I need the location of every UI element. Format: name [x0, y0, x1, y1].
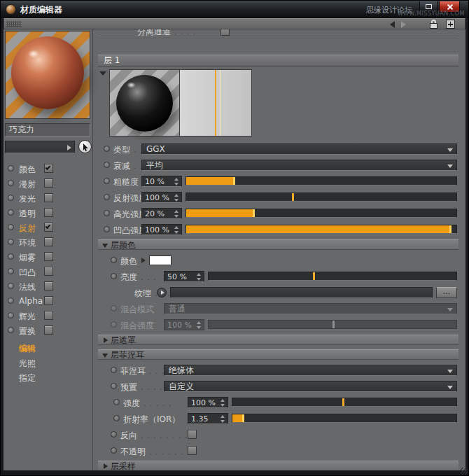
texture-field[interactable]	[170, 287, 433, 298]
separate-passes-checkbox[interactable]	[220, 29, 230, 36]
app-icon	[6, 4, 16, 15]
section-header[interactable]: 层颜色	[98, 239, 458, 250]
spinner-arrows-icon[interactable]	[174, 194, 180, 202]
dotted-leader: . . .	[141, 273, 156, 282]
resize-grip[interactable]	[461, 468, 468, 475]
spinner-down-icon	[197, 326, 201, 329]
spinner-arrows-icon[interactable]	[174, 226, 180, 234]
arrow-right-icon[interactable]	[141, 258, 146, 263]
slider-track[interactable]	[186, 192, 457, 202]
channel-checkbox[interactable]	[44, 296, 53, 305]
layer-1-header[interactable]: 层 1	[98, 55, 458, 66]
value-spinner[interactable]: 1.35	[188, 413, 228, 424]
dropdown-select[interactable]: GGX	[141, 144, 457, 155]
section-header[interactable]: 层遮罩	[98, 335, 458, 345]
add-panel-icon[interactable]	[446, 20, 455, 29]
dropdown-select[interactable]: 平均	[141, 160, 457, 171]
channel-row[interactable]: 凹凸	[4, 266, 93, 277]
section-label: 层颜色	[111, 240, 136, 251]
channel-row[interactable]: 发光	[4, 192, 93, 204]
value-spinner[interactable]: 100 %	[188, 397, 228, 408]
channel-checkbox[interactable]	[44, 267, 53, 276]
spinner-down-icon	[220, 404, 225, 407]
slider-track[interactable]	[232, 414, 457, 423]
browse-button[interactable]: ...	[436, 287, 457, 298]
spinner-arrows-icon[interactable]	[220, 399, 226, 407]
param-checkbox[interactable]	[188, 446, 197, 455]
channel-checkbox[interactable]	[44, 281, 53, 290]
nav-back-icon[interactable]	[390, 21, 395, 28]
pick-material-button[interactable]	[78, 140, 92, 153]
value-spinner[interactable]: 10 %	[141, 176, 182, 187]
dropdown-select[interactable]: 绝缘体	[164, 365, 457, 376]
channel-label: 颜色	[19, 164, 36, 176]
titlebar[interactable]: 材质编辑器 思缘设计论坛 WWW.MISSYUAN.COM	[1, 1, 468, 18]
expand-arrow-button[interactable]	[157, 288, 167, 298]
dropdown-select[interactable]: 普通	[164, 303, 457, 314]
slider-track[interactable]	[186, 225, 457, 234]
value-spinner[interactable]: 100 %	[141, 192, 182, 203]
color-swatch[interactable]	[149, 255, 172, 265]
channel-row[interactable]: 漫射	[4, 178, 93, 189]
slider-track[interactable]	[208, 320, 457, 329]
channel-row[interactable]: 环境	[4, 237, 93, 248]
collapse-icon[interactable]	[99, 71, 106, 76]
channel-checkbox[interactable]	[44, 311, 53, 320]
nav-forward-icon[interactable]	[401, 21, 406, 28]
section-header[interactable]: 层采样	[98, 461, 458, 470]
spinner-arrows-icon[interactable]	[174, 210, 180, 218]
channel-checkbox[interactable]	[44, 252, 53, 261]
param-dot-icon	[104, 178, 110, 184]
channel-row[interactable]: Alpha	[4, 295, 93, 307]
slider-track[interactable]	[232, 398, 457, 407]
layer-sphere-preview[interactable]	[109, 69, 180, 136]
channel-checkbox[interactable]	[44, 208, 53, 217]
preview-type-dropdown[interactable]	[5, 141, 75, 153]
value-spinner[interactable]: 100 %	[141, 224, 182, 235]
dropdown-select[interactable]: 自定义	[164, 381, 457, 392]
channel-row[interactable]: 烟雾	[4, 251, 93, 262]
layer-gradient-preview[interactable]	[180, 69, 252, 136]
section-header[interactable]: 层菲涅耳	[98, 349, 458, 360]
channel-checkbox[interactable]	[44, 223, 53, 232]
slider-track[interactable]	[186, 176, 457, 186]
material-preview[interactable]	[5, 31, 90, 119]
slider-track[interactable]	[186, 209, 457, 218]
channel-row[interactable]: 法线	[4, 281, 93, 292]
param-checkbox[interactable]	[188, 430, 197, 439]
separate-passes-label: 分离通道. . . .	[137, 29, 196, 38]
spinner-arrows-icon[interactable]	[197, 321, 202, 329]
spinner-value: 1.35	[191, 414, 209, 424]
channel-checkbox[interactable]	[44, 178, 53, 188]
channel-row[interactable]: 辉光	[4, 310, 93, 321]
value-spinner[interactable]: 50 %	[164, 271, 204, 282]
value-spinner[interactable]: 100 %	[164, 319, 204, 330]
drag-handle-icon[interactable]	[6, 21, 22, 27]
channel-checkbox[interactable]	[44, 164, 53, 173]
channel-checkbox[interactable]	[44, 193, 53, 202]
channel-row[interactable]: 置换	[4, 325, 93, 336]
value-spinner[interactable]: 20 %	[141, 208, 182, 219]
slider-track[interactable]	[208, 272, 457, 281]
arrow-right-icon	[161, 290, 164, 295]
channel-checkbox[interactable]	[44, 237, 53, 246]
material-name-field[interactable]: 巧克力	[5, 123, 90, 136]
mode-item[interactable]: 光照	[4, 357, 93, 368]
channel-dot-icon	[8, 327, 14, 333]
spinner-arrows-icon[interactable]	[174, 178, 180, 186]
chevron-down-icon	[447, 164, 453, 168]
lock-icon[interactable]	[429, 20, 438, 29]
spinner-arrows-icon[interactable]	[220, 415, 226, 423]
channel-checkbox[interactable]	[44, 326, 53, 335]
slider-fill	[186, 225, 451, 233]
minimize-icon	[426, 4, 432, 9]
channel-row[interactable]: 透明	[4, 207, 93, 218]
watermark-site: WWW.MISSYUAN.COM	[398, 10, 465, 17]
param-label: 混合强度	[120, 321, 154, 330]
channel-row[interactable]: 反射	[4, 222, 93, 233]
mode-item[interactable]: 编辑	[4, 342, 93, 354]
mode-item[interactable]: 指定	[4, 372, 93, 383]
channel-row[interactable]: 颜色	[4, 163, 93, 174]
spinner-arrows-icon[interactable]	[197, 273, 202, 281]
channel-label: 反射	[19, 223, 36, 234]
